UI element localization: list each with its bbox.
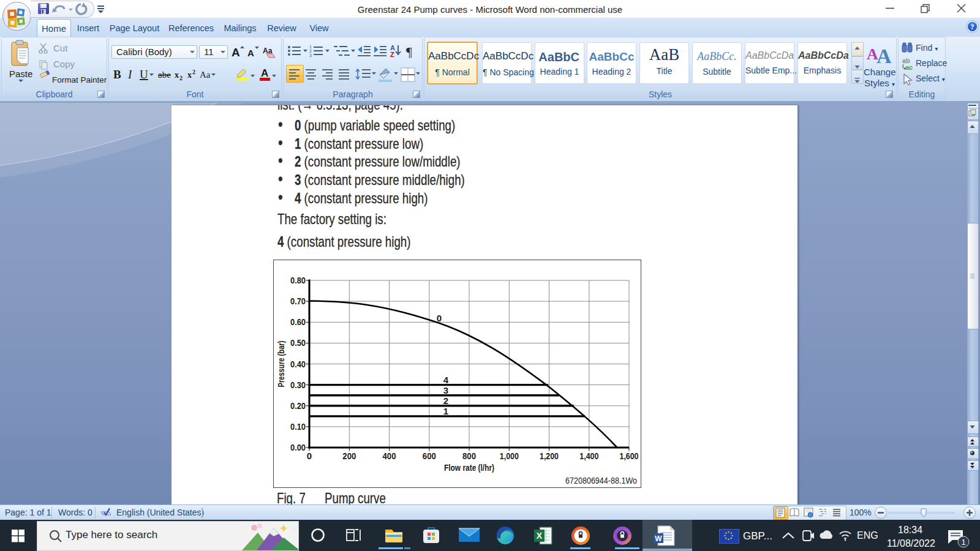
svg-text:1,000: 1,000: [500, 451, 519, 461]
svg-text:1,200: 1,200: [540, 451, 559, 461]
svg-text:W: W: [655, 534, 662, 543]
svg-text:1: 1: [309, 45, 312, 49]
svg-text:1: 1: [443, 406, 448, 416]
svg-text:0: 0: [307, 451, 312, 461]
svg-text:x: x: [175, 70, 179, 80]
svg-text:U: U: [140, 68, 148, 81]
svg-text:abe: abe: [158, 70, 171, 80]
svg-text:0.70: 0.70: [290, 296, 306, 306]
svg-text:0.10: 0.10: [290, 421, 306, 432]
svg-text:6720806944-88.1Wo: 6720806944-88.1Wo: [565, 475, 637, 485]
svg-text:Aa: Aa: [200, 70, 211, 80]
svg-text:3: 3: [443, 385, 448, 395]
svg-text:¶: ¶: [406, 44, 412, 59]
svg-text:A: A: [247, 48, 254, 58]
svg-text:4: 4: [443, 375, 449, 385]
svg-text:Z: Z: [390, 51, 394, 58]
svg-text:1,600: 1,600: [620, 451, 639, 461]
svg-text:2: 2: [179, 75, 183, 81]
svg-text:0.80: 0.80: [290, 275, 306, 285]
svg-text:ac: ac: [905, 64, 913, 71]
svg-text:600: 600: [423, 451, 436, 461]
svg-text:0.50: 0.50: [290, 337, 306, 348]
svg-text:1: 1: [961, 538, 965, 547]
svg-text:2: 2: [309, 49, 312, 53]
svg-text:2: 2: [192, 69, 195, 75]
svg-text:0.60: 0.60: [290, 317, 306, 327]
svg-text:Pressure (bar): Pressure (bar): [276, 341, 286, 388]
svg-text:I: I: [127, 68, 133, 81]
svg-text:0.00: 0.00: [290, 442, 306, 452]
svg-text:B: B: [113, 68, 121, 81]
svg-text:3: 3: [309, 53, 312, 58]
svg-text:0: 0: [437, 313, 442, 323]
svg-text:2: 2: [443, 395, 448, 406]
svg-text:?: ?: [971, 23, 974, 31]
svg-text:0.30: 0.30: [290, 380, 306, 390]
svg-text:1,400: 1,400: [579, 451, 598, 461]
svg-text:800: 800: [462, 451, 476, 461]
svg-text:x: x: [187, 70, 192, 80]
svg-text:A: A: [261, 67, 268, 79]
svg-text:Flow rate (l/hr): Flow rate (l/hr): [444, 462, 494, 473]
svg-text:A: A: [876, 45, 892, 64]
svg-text:400: 400: [383, 451, 396, 461]
svg-text:X: X: [537, 531, 543, 541]
svg-text:0.40: 0.40: [290, 359, 306, 369]
svg-text:200: 200: [342, 451, 356, 461]
svg-text:A: A: [232, 46, 240, 59]
svg-text:0.20: 0.20: [290, 400, 306, 411]
